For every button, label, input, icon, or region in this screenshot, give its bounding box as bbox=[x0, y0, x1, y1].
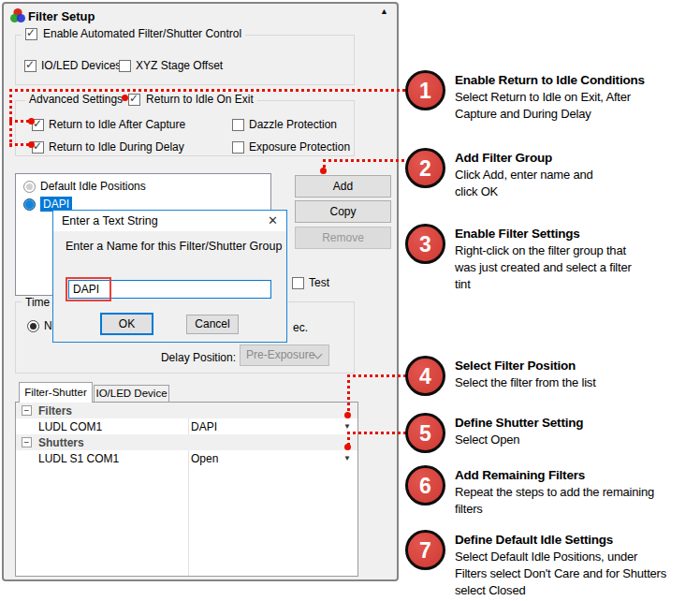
callout-dot bbox=[122, 95, 128, 101]
collapse-arrow-icon[interactable]: ▲ bbox=[380, 7, 388, 16]
filter-value-cell[interactable]: DAPI bbox=[191, 420, 217, 433]
io-led-checkbox[interactable]: ✓ bbox=[24, 60, 36, 72]
annotation-5: 5 Define Shutter Setting Select Open bbox=[405, 413, 583, 453]
exposure-protection-label: Exposure Protection bbox=[249, 140, 350, 154]
dropdown-arrow-icon[interactable]: ▼ bbox=[343, 422, 351, 431]
dialog-title: Enter a Text String bbox=[62, 214, 158, 227]
callout-line-5 bbox=[347, 432, 409, 434]
delay-position-value: Pre-Exposure bbox=[246, 348, 314, 361]
table-group-shutters[interactable]: − Shutters bbox=[16, 434, 357, 450]
annotation-2: 2 Add Filter Group Click Add, enter name… bbox=[405, 148, 592, 200]
radio-dapi[interactable] bbox=[23, 198, 36, 211]
callout-dot bbox=[344, 444, 351, 450]
cancel-button[interactable]: Cancel bbox=[186, 315, 239, 334]
xyz-stage-checkbox[interactable] bbox=[119, 60, 131, 72]
dazzle-protection-checkbox[interactable] bbox=[232, 119, 244, 131]
sec-label-fragment: ec. bbox=[293, 321, 308, 334]
advanced-settings-group: Advanced Settings ✓ Return to Idle On Ex… bbox=[15, 100, 355, 156]
return-idle-on-exit-label: Return to Idle On Exit bbox=[146, 93, 254, 106]
return-idle-after-capture-label: Return to Idle After Capture bbox=[49, 118, 185, 131]
enable-control-label: Enable Automated Filter/Shutter Control bbox=[43, 27, 241, 40]
tab-io-led-device[interactable]: IO/LED Device bbox=[94, 385, 169, 403]
annotation-3: 3 Enable Filter Settings Right-click on … bbox=[405, 224, 632, 293]
annotation-body: Select the filter from the list bbox=[455, 374, 596, 391]
step-number-badge: 6 bbox=[405, 465, 445, 506]
io-led-checkbox-row: ✓ IO/LED Devices bbox=[24, 59, 121, 72]
test-checkbox-row: Test bbox=[292, 276, 329, 289]
delay-position-label: Delay Position: bbox=[128, 351, 236, 364]
add-button[interactable]: Add bbox=[295, 175, 391, 198]
dazzle-protection-label: Dazzle Protection bbox=[249, 118, 337, 131]
table-row-shutter: LUDL S1 COM1 Open ▼ bbox=[16, 450, 357, 466]
time-delay-none-radio[interactable] bbox=[27, 320, 39, 332]
check-icon: ✓ bbox=[25, 59, 35, 71]
collapse-box-icon[interactable]: − bbox=[22, 405, 32, 416]
annotation-body: Select Open bbox=[455, 432, 583, 448]
annotation-title: Enable Filter Settings bbox=[455, 226, 632, 242]
step-number-badge: 5 bbox=[405, 413, 445, 453]
enable-control-group: ✓ Enable Automated Filter/Shutter Contro… bbox=[15, 35, 355, 85]
check-icon: ✓ bbox=[129, 93, 139, 105]
annotation-title: Add Remaining Filters bbox=[455, 467, 654, 484]
remove-button[interactable]: Remove bbox=[295, 227, 391, 249]
check-icon: ✓ bbox=[26, 27, 36, 39]
callout-dot bbox=[28, 118, 35, 125]
io-led-label: IO/LED Devices bbox=[41, 59, 121, 72]
test-label: Test bbox=[309, 276, 329, 289]
advanced-settings-header: Advanced Settings ✓ Return to Idle On Ex… bbox=[25, 93, 257, 106]
annotation-title: Enable Return to Idle Conditions bbox=[455, 72, 645, 89]
return-idle-during-delay-row: ✓ Return to Idle During Delay bbox=[32, 140, 184, 154]
exposure-protection-row: Exposure Protection bbox=[232, 140, 350, 154]
panel-title: Filter Setup bbox=[28, 9, 95, 23]
dialog-titlebar: Enter a Text String ✕ bbox=[53, 211, 286, 231]
device-cell: LUDL S1 COM1 bbox=[38, 452, 119, 465]
dropdown-arrow-icon[interactable]: ▼ bbox=[343, 454, 351, 462]
enter-text-dialog: Enter a Text String ✕ Enter a Name for t… bbox=[52, 210, 287, 343]
list-item-default-idle[interactable]: Default Idle Positions bbox=[23, 180, 146, 193]
test-checkbox[interactable] bbox=[292, 277, 304, 289]
annotation-body: Select Default Idle Positions, under Fil… bbox=[455, 549, 666, 599]
xyz-checkbox-row: XYZ Stage Offset bbox=[119, 59, 223, 72]
return-idle-on-exit-checkbox[interactable]: ✓ bbox=[128, 94, 140, 106]
annotation-body: Right-click on the filter group that was… bbox=[455, 242, 632, 293]
callout-line-4 bbox=[347, 374, 409, 377]
step-number-badge: 7 bbox=[405, 530, 445, 570]
annotation-6: 6 Add Remaining Filters Repeat the steps… bbox=[405, 465, 654, 518]
exposure-protection-checkbox[interactable] bbox=[232, 141, 244, 154]
annotation-1: 1 Enable Return to Idle Conditions Selec… bbox=[405, 70, 645, 123]
radio-default-idle[interactable] bbox=[23, 181, 36, 193]
tab-filter-shutter[interactable]: Filter-Shutter bbox=[19, 382, 93, 403]
return-idle-after-capture-row: ✓ Return to Idle After Capture bbox=[32, 118, 185, 131]
dialog-prompt: Enter a Name for this Filter/Shutter Gro… bbox=[66, 240, 282, 253]
annotation-body: Select Return to Idle on Exit, After Cap… bbox=[455, 89, 645, 123]
collapse-box-icon[interactable]: − bbox=[22, 437, 32, 447]
device-cell: LUDL COM1 bbox=[38, 420, 102, 433]
enable-control-checkbox-row: ✓ Enable Automated Filter/Shutter Contro… bbox=[22, 27, 245, 40]
callout-dot bbox=[320, 168, 327, 174]
table-group-filters[interactable]: − Filters bbox=[16, 403, 357, 418]
copy-button[interactable]: Copy bbox=[295, 200, 391, 223]
annotation-title: Define Shutter Setting bbox=[455, 415, 583, 432]
device-table: − Filters LUDL COM1 DAPI ▼ − Shutters LU… bbox=[15, 402, 358, 577]
annotation-body: Click Add, enter name and click OK bbox=[455, 167, 592, 200]
annotation-title: Add Filter Group bbox=[455, 150, 592, 167]
callout-dot bbox=[28, 141, 35, 148]
callout-line-2 bbox=[323, 159, 409, 162]
step-number-badge: 1 bbox=[405, 70, 445, 110]
step-number-badge: 2 bbox=[405, 148, 445, 188]
list-item-label: Default Idle Positions bbox=[40, 180, 146, 193]
step-number-badge: 4 bbox=[405, 356, 445, 396]
shutter-value-cell[interactable]: Open bbox=[191, 452, 218, 465]
enable-control-checkbox[interactable]: ✓ bbox=[25, 28, 37, 40]
dazzle-protection-row: Dazzle Protection bbox=[232, 118, 337, 131]
annotation-body: Repeat the steps to add the remaining fi… bbox=[455, 484, 654, 518]
return-idle-during-delay-label: Return to Idle During Delay bbox=[49, 140, 184, 154]
advanced-settings-label: Advanced Settings bbox=[29, 93, 123, 106]
ok-button[interactable]: OK bbox=[100, 313, 153, 335]
annotation-7: 7 Define Default Idle Settings Select De… bbox=[405, 530, 666, 599]
xyz-stage-label: XYZ Stage Offset bbox=[136, 59, 223, 72]
close-icon[interactable]: ✕ bbox=[268, 213, 278, 227]
callout-dot bbox=[344, 412, 351, 418]
group-name-input[interactable] bbox=[68, 280, 271, 299]
delay-position-combobox[interactable]: Pre-Exposure bbox=[240, 344, 329, 366]
